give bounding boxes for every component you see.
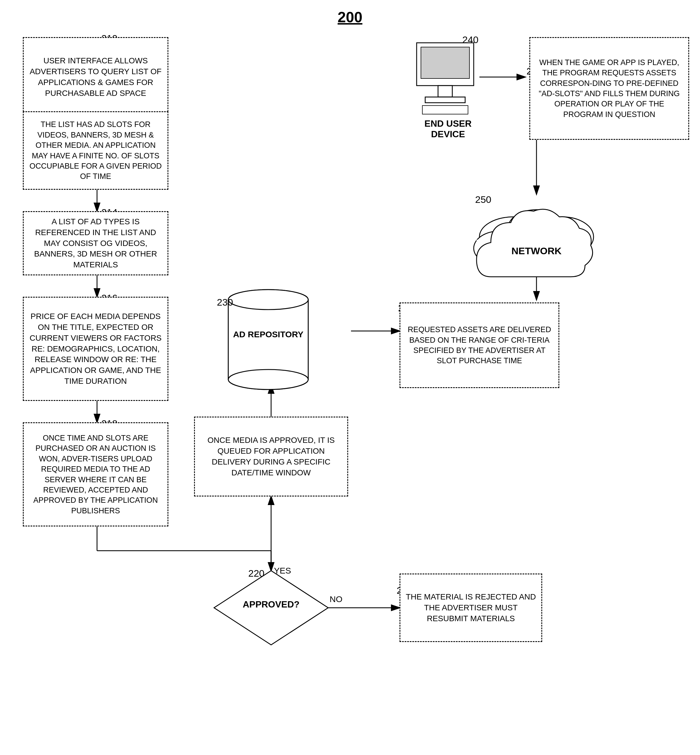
box-232: REQUESTED ASSETS ARE DELIVERED BASED ON …: [400, 302, 559, 388]
box-222: THE MATERIAL IS REJECTED AND THE ADVERTI…: [400, 574, 542, 642]
box-210: USER INTERFACE ALLOWS ADVERTISERS TO QUE…: [23, 37, 168, 117]
box-242: WHEN THE GAME OR APP IS PLAYED, THE PROG…: [529, 37, 689, 140]
svg-point-31: [228, 369, 308, 389]
svg-rect-22: [477, 240, 591, 274]
ad-repository-label: AD REPOSITORY: [228, 330, 308, 339]
ref-250: 250: [475, 194, 491, 205]
svg-point-26: [228, 369, 308, 389]
svg-point-18: [508, 210, 565, 247]
diagram-container: 200 NO YES: [0, 0, 700, 755]
box-218: ONCE TIME AND SLOTS ARE PURCHASED OR AN …: [23, 422, 168, 527]
box-212: THE LIST HAS AD SLOTS FOR VIDEOS, BANNER…: [23, 111, 168, 190]
svg-text:YES: YES: [274, 566, 291, 575]
svg-rect-34: [421, 47, 469, 78]
diagram-title: 200: [338, 9, 362, 26]
svg-rect-24: [228, 300, 308, 380]
svg-point-25: [228, 290, 308, 310]
ref-220: 220: [248, 568, 264, 579]
svg-rect-36: [425, 97, 465, 103]
end-user-device-label: END USER DEVICE: [408, 119, 488, 139]
svg-rect-35: [438, 86, 452, 97]
approved-label: APPROVED?: [228, 599, 314, 610]
network-label: NETWORK: [494, 245, 579, 256]
box-224: ONCE MEDIA IS APPROVED, IT IS QUEUED FOR…: [194, 417, 348, 497]
ref-230: 230: [217, 297, 233, 308]
svg-rect-33: [417, 43, 474, 86]
svg-point-30: [228, 290, 308, 310]
svg-text:NO: NO: [330, 594, 342, 604]
box-214: A LIST OF AD TYPES IS REFERENCED IN THE …: [23, 211, 168, 275]
svg-rect-27: [228, 300, 308, 380]
ref-240: 240: [462, 34, 478, 45]
svg-rect-37: [422, 106, 468, 114]
box-216: PRICE OF EACH MEDIA DEPENDS ON THE TITLE…: [23, 297, 168, 401]
